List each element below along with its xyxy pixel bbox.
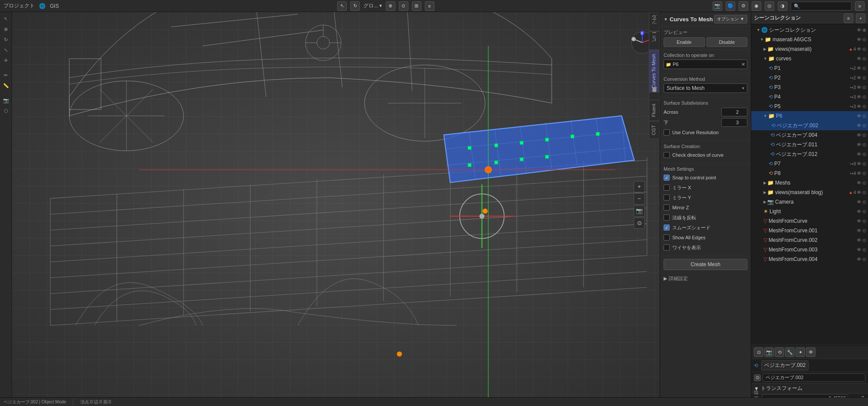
scene-icon[interactable]: 🔵 — [726, 1, 735, 11]
mirror-z-checkbox[interactable] — [664, 205, 670, 211]
maserati-restrict[interactable]: ⊙ — [862, 37, 866, 43]
collection-clear-btn[interactable]: ✕ — [741, 62, 745, 67]
collection-input[interactable]: 📁 P6 ✕ — [664, 59, 747, 69]
scene-filter-btn[interactable]: ≡ — [844, 13, 853, 23]
mfc001-eye[interactable]: 👁 — [857, 228, 861, 234]
views-blog-restrict[interactable]: ⊙ — [862, 190, 866, 195]
pos-x-input[interactable]: 0.45586 — [762, 394, 848, 397]
mfc-eye[interactable]: 👁 — [857, 218, 861, 224]
tree-item-bezier-012[interactable]: ⟲ ベジエカーブ.012 👁 ⊙ — [751, 149, 868, 159]
disable-btn[interactable]: Disable — [707, 37, 748, 47]
tree-item-curves[interactable]: ▼ 📁 curves 👁 ⊙ — [751, 54, 868, 63]
overlay-icon[interactable]: ◎ — [765, 1, 774, 11]
tree-item-light[interactable]: ☀ Light 👁 ⊙ — [751, 207, 868, 216]
project-menu[interactable]: プロジェクト — [3, 2, 35, 10]
camera-icon[interactable]: 📷 — [713, 1, 722, 11]
P2-restrict[interactable]: ⊙ — [862, 75, 866, 81]
eye-icon[interactable]: 👁 — [857, 27, 861, 33]
props-icon-1[interactable]: ⊙ — [754, 347, 763, 357]
tree-item-bezier-004[interactable]: ⟲ ベジエカーブ.004 👁 ⊙ — [751, 130, 868, 140]
mfc003-eye[interactable]: 👁 — [857, 247, 861, 253]
views-eye[interactable]: 👁 — [857, 46, 861, 52]
bezier011-restrict[interactable]: ⊙ — [862, 142, 866, 148]
maserati-arrow[interactable]: ▼ — [760, 37, 764, 42]
meshs-eye[interactable]: 👁 — [857, 180, 861, 186]
options-icon[interactable]: ≡ — [425, 1, 434, 11]
mfc002-eye[interactable]: 👁 — [857, 238, 861, 243]
check-direction-checkbox[interactable] — [664, 152, 670, 158]
use-curve-resolution-checkbox[interactable] — [664, 129, 670, 135]
move-tool[interactable]: ⊕ — [1, 24, 11, 34]
curves-arrow[interactable]: ▼ — [763, 56, 767, 61]
P7-restrict[interactable]: ⊙ — [862, 161, 866, 167]
camera-eye[interactable]: 👁 — [857, 199, 861, 205]
enable-btn[interactable]: Enable — [664, 37, 705, 47]
data-name-display[interactable]: ベジエカーブ.002 — [763, 373, 865, 382]
P7-eye[interactable]: 👁 — [857, 161, 861, 167]
mfc001-restrict[interactable]: ⊙ — [862, 228, 866, 234]
P3-restrict[interactable]: ⊙ — [862, 85, 866, 90]
bezier002-eye[interactable]: 👁 — [857, 123, 861, 129]
tree-item-camera[interactable]: ▶ 📷 Camera 👁 ⊙ — [751, 197, 868, 207]
mesh-mode-icon[interactable]: ⊞ — [412, 1, 421, 11]
views-arrow[interactable]: ▶ — [763, 47, 766, 51]
tree-item-bezier-011[interactable]: ⟲ ベジエカーブ.011 👁 ⊙ — [751, 140, 868, 149]
props-icon-3[interactable]: ⟲ — [775, 347, 784, 357]
flip-normals-checkbox[interactable] — [664, 215, 670, 221]
light-eye[interactable]: 👁 — [857, 209, 861, 215]
P2-eye[interactable]: 👁 — [857, 75, 861, 81]
bezier004-eye[interactable]: 👁 — [857, 132, 861, 138]
P8-restrict[interactable]: ⊙ — [862, 171, 866, 176]
panel-collapse-arrow[interactable]: ▼ — [664, 17, 668, 22]
rotate-icon[interactable]: ↻ — [350, 1, 360, 11]
P5-restrict[interactable]: ⊙ — [862, 104, 866, 109]
mfc003-restrict[interactable]: ⊙ — [862, 247, 866, 253]
snap-control-checkbox[interactable]: ✓ — [664, 175, 670, 181]
tree-item-meshs[interactable]: ▶ 📁 Meshs 👁 ⊙ — [751, 178, 868, 188]
filter-icon[interactable]: ≡ — [855, 1, 865, 11]
tab-curves-to-mesh[interactable]: Curves To Mesh — [649, 50, 660, 92]
P5-eye[interactable]: 👁 — [857, 104, 861, 109]
tree-item-P6[interactable]: ▼ 📁 P6 👁 ⊙ — [751, 111, 868, 121]
down-input[interactable] — [721, 118, 747, 127]
mirror-x-checkbox[interactable] — [664, 185, 670, 191]
dropdown-global[interactable]: グロ... ▾ — [363, 2, 382, 10]
restrict-icon[interactable]: ⊕ — [862, 27, 866, 33]
tree-item-views-blog[interactable]: ▶ 📁 views(maserati blog) 🔺4 👁 ⊙ — [751, 188, 868, 197]
props-icon-2[interactable]: 📷 — [764, 347, 774, 357]
P8-eye[interactable]: 👁 — [857, 171, 861, 176]
create-mesh-btn[interactable]: Create Mesh — [664, 259, 747, 270]
tree-item-bezier-002[interactable]: ⟲ ベジエカーブ.002 👁 ⊙ — [751, 121, 868, 130]
measure-tool[interactable]: 📏 — [1, 81, 11, 90]
zoom-in-btn[interactable]: + — [634, 181, 645, 192]
across-input[interactable] — [721, 108, 747, 116]
tree-item-P8[interactable]: ⟲ P8 ↪4 👁 ⊙ — [751, 168, 868, 178]
curves-eye[interactable]: 👁 — [857, 56, 861, 62]
P3-eye[interactable]: 👁 — [857, 85, 861, 90]
P6-restrict[interactable]: ⊙ — [862, 113, 866, 119]
views-blog-arrow[interactable]: ▶ — [763, 190, 766, 195]
tree-item-P1[interactable]: ⟲ P1 ↪2 👁 ⊙ — [751, 63, 868, 73]
viewport[interactable]: Z X Y ツール ビュー Curves To Mesh 作業設定 Fluent… — [12, 12, 660, 397]
tab-work-settings[interactable]: 作業設定 — [649, 92, 660, 100]
tree-item-P3[interactable]: ⟲ P3 ↪3 👁 ⊙ — [751, 83, 868, 92]
props-icon-5[interactable]: ✦ — [796, 347, 805, 357]
top-search[interactable] — [791, 2, 852, 10]
tree-item-views-maserati[interactable]: ▶ 📁 views(maserati) 🔺4 👁 ⊙ — [751, 44, 868, 54]
view-icon[interactable]: ◉ — [752, 1, 761, 11]
mfc-restrict[interactable]: ⊙ — [862, 218, 866, 224]
transform-header[interactable]: ▼ トランスフォーム — [751, 383, 868, 394]
view-top-btn[interactable]: ⊙ — [634, 218, 645, 229]
conversion-dropdown[interactable]: Surface to Mesh ▾ — [664, 83, 747, 93]
bezier004-restrict[interactable]: ⊙ — [862, 132, 866, 138]
props-icon-4[interactable]: 🔧 — [785, 347, 795, 357]
tree-item-P2[interactable]: ⟲ P2 ↪2 👁 ⊙ — [751, 73, 868, 83]
show-all-edges-checkbox[interactable] — [664, 234, 670, 241]
maserati-eye[interactable]: 👁 — [857, 37, 861, 43]
tree-item-maserati[interactable]: ▼ 📁 maserati A6GCS 👁 ⊙ — [751, 35, 868, 44]
tree-item-root[interactable]: ▼ 🌐 シーンコレクション 👁 ⊕ — [751, 25, 868, 35]
snap-icon[interactable]: ⊕ — [386, 1, 395, 11]
camera-arrow[interactable]: ▶ — [763, 200, 766, 204]
options-button[interactable]: オプション ▼ — [714, 15, 747, 23]
view-camera-btn[interactable]: 📷 — [634, 205, 645, 217]
